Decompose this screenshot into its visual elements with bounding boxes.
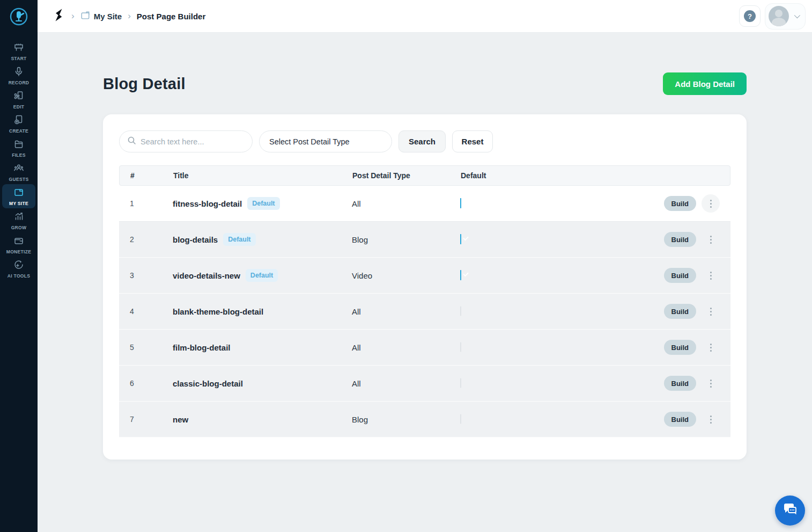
sidebar-item-label: EDIT — [13, 104, 25, 110]
sidebar-nav: START RECORD EDIT — [0, 33, 38, 281]
edit-icon — [13, 90, 24, 103]
chat-widget-button[interactable] — [775, 495, 805, 526]
files-icon — [13, 139, 24, 151]
row-number: 2 — [130, 235, 173, 244]
row-menu-button[interactable] — [702, 266, 720, 285]
sidebar-item-monetize[interactable]: MONETIZE — [2, 232, 35, 257]
sidebar-item-label: MY SITE — [9, 201, 28, 206]
breadcrumb-page-label: Post Page Builder — [137, 12, 205, 21]
account-menu[interactable] — [765, 3, 806, 30]
default-checkbox[interactable] — [460, 342, 461, 352]
sidebar-item-label: START — [11, 56, 26, 61]
reset-button[interactable]: Reset — [452, 130, 493, 152]
row-post-detail-type: Blog — [352, 415, 460, 424]
avatar — [769, 6, 789, 26]
row-number: 4 — [130, 307, 173, 316]
row-menu-button[interactable] — [702, 374, 720, 392]
app-logo[interactable] — [0, 0, 38, 33]
sidebar-item-label: CREATE — [9, 128, 28, 134]
sidebar-item-record[interactable]: RECORD — [2, 63, 35, 88]
build-button[interactable]: Build — [664, 412, 697, 427]
build-button[interactable]: Build — [664, 268, 697, 283]
row-menu-button[interactable] — [702, 338, 720, 356]
build-button[interactable]: Build — [664, 340, 697, 355]
column-header-type: Post Detail Type — [352, 171, 461, 180]
podcast-mic-logo-icon — [7, 5, 31, 28]
default-checkbox[interactable] — [460, 306, 461, 316]
breadcrumb-my-site[interactable]: My Site — [80, 11, 122, 22]
row-number: 6 — [130, 379, 173, 388]
sidebar: START RECORD EDIT — [0, 0, 38, 532]
sidebar-item-label: AI TOOLS — [8, 273, 30, 279]
row-number: 1 — [130, 199, 173, 208]
default-checkbox[interactable] — [460, 378, 461, 388]
search-icon — [127, 136, 136, 147]
add-blog-detail-button[interactable]: Add Blog Detail — [663, 72, 747, 95]
select-value: Select Post Detail Type — [269, 137, 350, 146]
browser-window-icon — [80, 11, 90, 22]
top-header: › My Site › Post Page Builder ? — [38, 0, 812, 33]
row-number: 7 — [130, 415, 173, 424]
help-button[interactable]: ? — [739, 5, 761, 27]
row-menu-button[interactable] — [702, 410, 720, 428]
sidebar-item-label: FILES — [12, 152, 26, 158]
blog-detail-table: # Title Post Detail Type Default 1 fitne… — [119, 165, 730, 438]
chevron-down-icon — [794, 12, 800, 18]
row-title: blog-details — [173, 235, 218, 244]
sidebar-item-label: GUESTS — [9, 177, 29, 182]
magic-sparkle-icon — [13, 259, 24, 272]
column-header-title: Title — [173, 171, 352, 180]
search-input[interactable] — [141, 137, 245, 146]
sidebar-item-start[interactable]: START — [2, 39, 35, 63]
wallet-icon — [13, 235, 24, 248]
row-menu-button[interactable] — [702, 194, 720, 213]
chevron-right-icon: › — [71, 11, 75, 20]
default-checkbox[interactable] — [460, 234, 461, 244]
table-row: 6 classic-blog-detail All Build — [119, 366, 730, 402]
row-post-detail-type: Blog — [352, 235, 460, 244]
row-menu-button[interactable] — [702, 302, 720, 320]
table-header: # Title Post Detail Type Default — [119, 165, 730, 186]
row-number: 3 — [130, 271, 173, 280]
default-checkbox[interactable] — [460, 198, 461, 208]
site-logo-icon[interactable] — [53, 8, 65, 24]
browser-window-icon — [13, 187, 24, 200]
guests-icon — [13, 163, 24, 176]
row-title: film-blog-detail — [173, 343, 231, 352]
blog-detail-card: Select Post Detail Type Search Reset # T… — [103, 114, 747, 460]
sidebar-item-files[interactable]: FILES — [2, 136, 35, 160]
sidebar-item-guests[interactable]: GUESTS — [2, 160, 35, 184]
sidebar-item-label: GROW — [11, 225, 27, 230]
column-header-default: Default — [461, 171, 649, 180]
sidebar-item-create[interactable]: CREATE — [2, 112, 35, 136]
post-detail-type-select[interactable]: Select Post Detail Type — [259, 130, 392, 152]
build-button[interactable]: Build — [664, 232, 697, 247]
row-title: classic-blog-detail — [173, 379, 243, 388]
sidebar-item-my-site[interactable]: MY SITE — [2, 184, 35, 208]
page-title: Blog Detail — [103, 75, 186, 93]
row-post-detail-type: All — [352, 307, 460, 316]
build-button[interactable]: Build — [664, 304, 697, 319]
column-header-num: # — [130, 171, 173, 180]
table-row: 3 video-details-new Default Video Build — [119, 258, 730, 294]
chat-bubbles-icon — [782, 501, 798, 520]
filter-bar: Select Post Detail Type Search Reset — [119, 130, 730, 152]
search-field[interactable] — [119, 130, 253, 152]
default-checkbox[interactable] — [460, 414, 461, 424]
chevron-right-icon: › — [128, 11, 131, 20]
row-post-detail-type: Video — [352, 271, 460, 280]
default-checkbox[interactable] — [460, 270, 461, 280]
build-button[interactable]: Build — [664, 196, 697, 211]
default-badge: Default — [246, 269, 278, 282]
sidebar-item-label: MONETIZE — [6, 249, 31, 254]
table-row: 5 film-blog-detail All Build — [119, 330, 730, 366]
build-button[interactable]: Build — [664, 376, 697, 391]
sidebar-item-edit[interactable]: EDIT — [2, 88, 35, 112]
growth-chart-icon — [13, 211, 24, 224]
main-content: Blog Detail Add Blog Detail Select Post … — [38, 33, 812, 532]
search-button[interactable]: Search — [398, 130, 446, 152]
sidebar-item-grow[interactable]: GROW — [2, 208, 35, 232]
row-menu-button[interactable] — [702, 230, 720, 249]
sidebar-item-ai-tools[interactable]: AI TOOLS — [2, 257, 35, 281]
question-mark-icon: ? — [744, 10, 756, 22]
